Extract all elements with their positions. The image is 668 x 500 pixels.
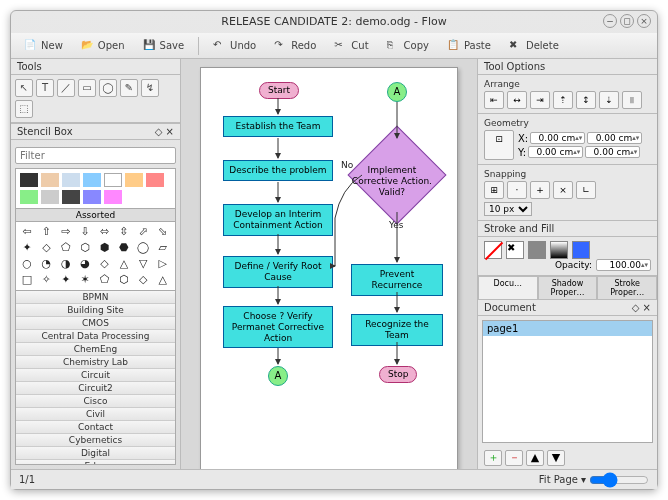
shape-icon[interactable]: ◯: [135, 241, 151, 255]
shape-icon[interactable]: ✦: [19, 241, 35, 255]
shape-icon[interactable]: ⬢: [97, 241, 113, 255]
connector-tool-icon[interactable]: ↯: [141, 79, 159, 97]
delete-button[interactable]: ✖Delete: [502, 36, 566, 56]
shape-icon[interactable]: ◇: [38, 241, 54, 255]
page-up-icon[interactable]: ▲: [526, 450, 544, 466]
gradient-swatch[interactable]: [550, 241, 568, 259]
paste-button[interactable]: 📋Paste: [440, 36, 498, 56]
swatch[interactable]: [62, 173, 80, 187]
shape-icon[interactable]: ◇: [135, 273, 151, 287]
align-top-icon[interactable]: ⇡: [553, 91, 573, 109]
minimize-icon[interactable]: −: [603, 14, 617, 28]
snap-icon[interactable]: ⊞: [484, 181, 504, 199]
zoom-mode-label[interactable]: Fit Page: [539, 474, 578, 485]
shape-icon[interactable]: ▷: [155, 257, 171, 271]
page-down-icon[interactable]: ▼: [547, 450, 565, 466]
shape-icon[interactable]: ▱: [155, 241, 171, 255]
category-item[interactable]: CMOS: [16, 317, 175, 330]
shape-icon[interactable]: ⬂: [155, 225, 171, 239]
shape-icon[interactable]: ⇩: [77, 225, 93, 239]
distribute-icon[interactable]: ⫴: [622, 91, 642, 109]
shape-icon[interactable]: ⇳: [116, 225, 132, 239]
opacity-spinner[interactable]: ▴▾: [596, 259, 651, 271]
canvas-area[interactable]: Start A Establish the Team Describe the …: [181, 59, 477, 469]
swatch[interactable]: [146, 173, 164, 187]
y-spinner[interactable]: ▴▾: [528, 146, 583, 158]
tab-document[interactable]: Docu…: [478, 276, 538, 299]
swatch[interactable]: [20, 190, 38, 204]
shape-icon[interactable]: □: [19, 273, 35, 287]
fill-swatch[interactable]: [528, 241, 546, 259]
swatch[interactable]: [104, 190, 122, 204]
category-item[interactable]: Central Data Processing: [16, 330, 175, 343]
category-item[interactable]: Circuit: [16, 369, 175, 382]
snap-icon[interactable]: ×: [553, 181, 573, 199]
swatch[interactable]: [104, 173, 122, 187]
category-item[interactable]: Digital: [16, 447, 175, 460]
shape-icon[interactable]: ⬄: [97, 225, 113, 239]
shape-icon[interactable]: ✦: [58, 273, 74, 287]
anchor-widget[interactable]: ⊡: [484, 130, 514, 160]
shape-icon[interactable]: ✶: [77, 273, 93, 287]
align-bottom-icon[interactable]: ⇣: [599, 91, 619, 109]
save-button[interactable]: 💾Save: [136, 36, 192, 56]
fill-swatch[interactable]: ✖: [506, 241, 524, 259]
swatch[interactable]: [83, 190, 101, 204]
open-button[interactable]: 📂Open: [74, 36, 132, 56]
undo-button[interactable]: ↶Undo: [206, 36, 263, 56]
zoom-dropdown-icon[interactable]: ▾: [581, 474, 586, 485]
category-item[interactable]: Chemistry Lab: [16, 356, 175, 369]
select-tool-icon[interactable]: ⬚: [15, 100, 33, 118]
redo-button[interactable]: ↷Redo: [267, 36, 323, 56]
shape-icon[interactable]: ◑: [58, 257, 74, 271]
category-item[interactable]: Civil: [16, 408, 175, 421]
category-item[interactable]: Contact: [16, 421, 175, 434]
category-item[interactable]: Circuit2: [16, 382, 175, 395]
snap-icon[interactable]: +: [530, 181, 550, 199]
category-item[interactable]: Cybernetics: [16, 434, 175, 447]
category-item[interactable]: BPMN: [16, 291, 175, 304]
close-icon[interactable]: ×: [637, 14, 651, 28]
panel-close-icon[interactable]: ◇ ×: [632, 302, 651, 313]
tab-stroke[interactable]: Stroke Proper…: [597, 276, 657, 299]
shape-icon[interactable]: ◇: [97, 257, 113, 271]
pointer-tool-icon[interactable]: ↖: [15, 79, 33, 97]
shape-icon[interactable]: ⇨: [58, 225, 74, 239]
copy-button[interactable]: ⎘Copy: [380, 36, 436, 56]
line-tool-icon[interactable]: ／: [57, 79, 75, 97]
shape-icon[interactable]: △: [155, 273, 171, 287]
category-item[interactable]: Building Site: [16, 304, 175, 317]
x-spinner[interactable]: ▴▾: [530, 132, 585, 144]
ellipse-tool-icon[interactable]: ◯: [99, 79, 117, 97]
align-right-icon[interactable]: ⇥: [530, 91, 550, 109]
color-swatch[interactable]: [572, 241, 590, 259]
snap-icon[interactable]: ∟: [576, 181, 596, 199]
maximize-icon[interactable]: ◻: [620, 14, 634, 28]
swatch[interactable]: [83, 173, 101, 187]
stencil-close-icon[interactable]: ◇ ×: [155, 126, 174, 137]
shape-icon[interactable]: ⬡: [116, 273, 132, 287]
swatch[interactable]: [20, 173, 38, 187]
swatch[interactable]: [41, 173, 59, 187]
no-fill-swatch[interactable]: [484, 241, 502, 259]
shape-icon[interactable]: ◔: [38, 257, 54, 271]
swatch[interactable]: [125, 173, 143, 187]
snap-distance-select[interactable]: 10 px: [484, 202, 532, 216]
document-pages-list[interactable]: page1: [482, 320, 653, 443]
shape-icon[interactable]: ○: [19, 257, 35, 271]
text-tool-icon[interactable]: T: [36, 79, 54, 97]
align-center-icon[interactable]: ↔: [507, 91, 527, 109]
page[interactable]: Start A Establish the Team Describe the …: [200, 67, 458, 469]
remove-page-icon[interactable]: －: [505, 450, 523, 466]
category-item[interactable]: Cisco: [16, 395, 175, 408]
align-middle-icon[interactable]: ↕: [576, 91, 596, 109]
swatch[interactable]: [62, 190, 80, 204]
w-spinner[interactable]: ▴▾: [587, 132, 642, 144]
shape-icon[interactable]: ⇧: [38, 225, 54, 239]
shape-icon[interactable]: ⬣: [116, 241, 132, 255]
cut-button[interactable]: ✂Cut: [327, 36, 375, 56]
shape-icon[interactable]: △: [116, 257, 132, 271]
shape-icon[interactable]: ▽: [135, 257, 151, 271]
shape-icon[interactable]: ⇦: [19, 225, 35, 239]
shape-icon[interactable]: ⬀: [135, 225, 151, 239]
